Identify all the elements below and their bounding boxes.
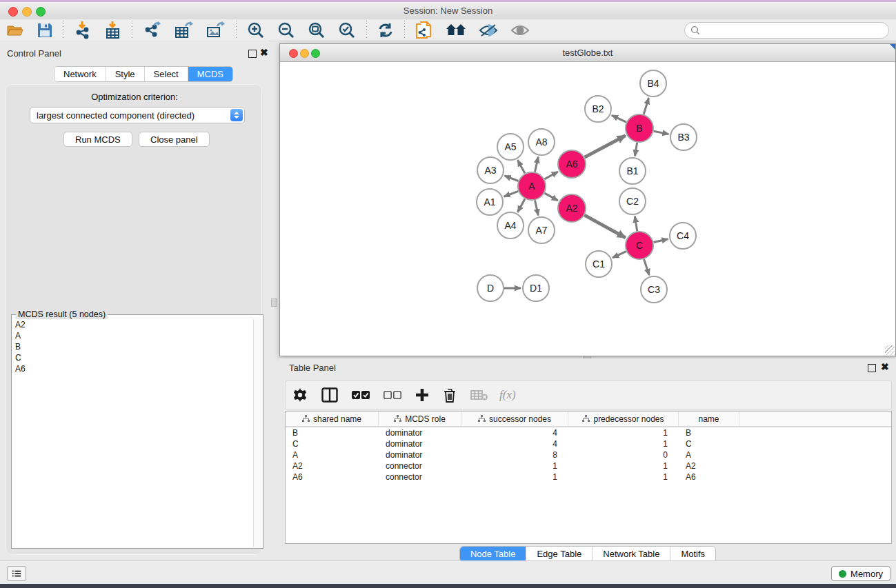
close-panel-icon[interactable]: ✖ [260, 48, 268, 57]
edge-C-C3[interactable] [644, 259, 650, 275]
zoom-in-icon[interactable] [247, 21, 265, 40]
graph-node-C2[interactable]: C2 [619, 188, 646, 214]
cell-successor-nodes[interactable]: 4 [461, 427, 568, 438]
import-table-icon[interactable] [105, 21, 121, 40]
window-resize-grip[interactable] [885, 345, 895, 355]
edge-A-A2[interactable] [544, 193, 557, 201]
edge-A-A5[interactable] [518, 160, 525, 173]
cell-MCDS-role[interactable]: dominator [379, 449, 461, 460]
cell-name[interactable]: B [679, 427, 739, 438]
export-network-icon[interactable] [143, 21, 162, 40]
cell-successor-nodes[interactable]: 1 [461, 472, 568, 483]
eye-icon[interactable] [510, 21, 530, 40]
edge-A-A7[interactable] [535, 201, 538, 216]
cell-MCDS-role[interactable]: dominator [379, 438, 461, 449]
edge-A-A3[interactable] [505, 176, 519, 181]
edge-B-B1[interactable] [635, 143, 637, 156]
cell-successor-nodes[interactable]: 1 [461, 460, 568, 472]
save-session-icon[interactable] [37, 21, 53, 40]
edge-C-C4[interactable] [653, 239, 668, 243]
cell-MCDS-role[interactable]: dominator [379, 427, 461, 438]
tab-node-table[interactable]: Node Table [460, 547, 527, 562]
cell-name[interactable]: A2 [679, 460, 739, 472]
graph-node-A[interactable]: A [518, 172, 546, 200]
graph-node-A2[interactable]: A2 [558, 194, 586, 222]
houses-icon[interactable] [446, 21, 466, 40]
tab-edge-table[interactable]: Edge Table [526, 547, 593, 562]
table-row[interactable]: A6connector11A6 [286, 472, 891, 483]
network-copy-icon[interactable] [415, 21, 433, 40]
table-row[interactable]: A2connector11A2 [286, 460, 891, 472]
column-header-predecessor-nodes[interactable]: predecessor nodes [568, 412, 679, 426]
tab-style[interactable]: Style [106, 67, 145, 81]
delete-column-icon[interactable] [443, 387, 457, 403]
edge-B-B2[interactable] [612, 115, 626, 122]
table-row[interactable]: Cdominator41C [286, 438, 891, 449]
network-window-titlebar[interactable]: testGlobe.txt [280, 44, 895, 62]
result-list-item[interactable]: C [15, 352, 254, 363]
search-input[interactable] [703, 25, 888, 36]
table-close-panel-icon[interactable]: ✖ [881, 362, 889, 372]
zoom-selected-icon[interactable] [338, 21, 356, 40]
add-column-icon[interactable] [415, 388, 429, 402]
function-builder-icon[interactable]: f(x) [499, 388, 516, 402]
edge-C-C2[interactable] [635, 216, 637, 232]
cell-name[interactable]: A6 [679, 472, 739, 483]
table-row[interactable]: Adominator80A [286, 449, 891, 460]
column-visibility-icon[interactable] [321, 387, 338, 403]
open-session-icon[interactable] [6, 21, 24, 40]
tab-select[interactable]: Select [145, 67, 188, 81]
select-all-icon[interactable] [352, 390, 370, 400]
import-network-icon[interactable] [74, 21, 92, 40]
edge-C-C1[interactable] [613, 252, 626, 258]
cell-predecessor-nodes[interactable]: 1 [568, 472, 679, 483]
mcds-result-list[interactable]: A2ABCA6 [12, 319, 254, 547]
deselect-all-icon[interactable] [384, 390, 401, 400]
graph-node-D1[interactable]: D1 [523, 275, 549, 301]
graph-node-B4[interactable]: B4 [640, 70, 666, 97]
cell-successor-nodes[interactable]: 8 [461, 449, 568, 460]
edge-A-A1[interactable] [504, 191, 519, 196]
export-image-icon[interactable] [206, 21, 226, 40]
close-panel-button[interactable]: Close panel [139, 132, 210, 147]
tab-network[interactable]: Network [54, 67, 106, 81]
edge-A-A4[interactable] [518, 199, 525, 212]
cell-shared-name[interactable]: C [286, 438, 379, 449]
search-field[interactable] [684, 22, 889, 39]
tab-mcds[interactable]: MCDS [188, 67, 232, 81]
column-header-MCDS-role[interactable]: MCDS role [379, 412, 461, 426]
column-header-shared-name[interactable]: shared name [286, 412, 379, 426]
vertical-splitter-grip[interactable] [271, 298, 277, 307]
maximize-corner-icon[interactable] [890, 44, 895, 50]
cell-predecessor-nodes[interactable]: 1 [568, 460, 679, 472]
cell-shared-name[interactable]: B [286, 427, 379, 438]
column-header-successor-nodes[interactable]: successor nodes [461, 412, 568, 426]
graph-node-A1[interactable]: A1 [477, 189, 503, 215]
task-history-icon[interactable] [7, 566, 26, 581]
result-list-item[interactable]: B [15, 341, 254, 352]
zoom-out-icon[interactable] [277, 21, 295, 40]
cell-predecessor-nodes[interactable]: 1 [568, 427, 679, 438]
tab-network-table[interactable]: Network Table [593, 547, 670, 562]
cell-shared-name[interactable]: A2 [286, 460, 379, 472]
edge-B-B4[interactable] [644, 98, 648, 114]
settings-gear-icon[interactable] [292, 387, 308, 403]
graph-node-A6[interactable]: A6 [558, 150, 586, 178]
cell-name[interactable]: A [679, 449, 739, 460]
result-list-item[interactable]: A [15, 330, 254, 341]
apply-layout-icon[interactable] [377, 21, 394, 40]
edge-A-A6[interactable] [544, 172, 557, 179]
column-header-name[interactable]: name [679, 412, 739, 426]
cell-MCDS-role[interactable]: connector [379, 460, 461, 472]
half-eye-icon[interactable] [479, 21, 498, 40]
cell-shared-name[interactable]: A [286, 449, 379, 460]
memory-button[interactable]: Memory [831, 566, 890, 581]
table-row[interactable]: Bdominator41B [286, 427, 891, 438]
graph-node-C4[interactable]: C4 [670, 223, 696, 249]
graph-node-B2[interactable]: B2 [585, 96, 611, 122]
graph-node-D[interactable]: D [477, 275, 504, 301]
float-panel-icon[interactable] [248, 50, 257, 58]
table-header-row[interactable]: shared nameMCDS rolesuccessor nodesprede… [286, 412, 891, 427]
graph-node-A4[interactable]: A4 [497, 212, 524, 239]
graph-node-A3[interactable]: A3 [477, 157, 504, 183]
